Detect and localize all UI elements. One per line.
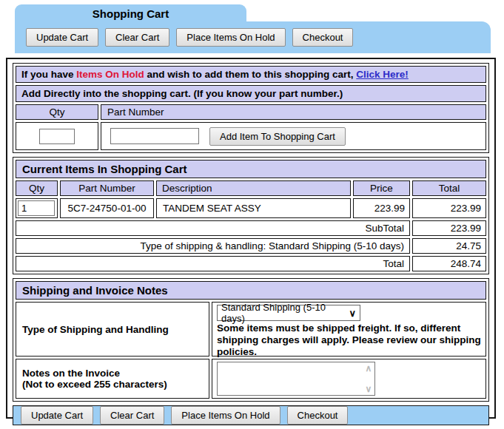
add-items-input-row: Add Item To Shopping Cart bbox=[16, 122, 486, 150]
shipping-charge-row: Type of shipping & handling: Standard Sh… bbox=[16, 238, 486, 254]
shipping-type-row: Type of Shipping and Handling Standard S… bbox=[16, 302, 486, 357]
shipping-method-select[interactable]: Standard Shipping (5-10 days) ∨ bbox=[217, 305, 360, 321]
subtotal-label: SubTotal bbox=[16, 220, 410, 236]
shipping-type-controls: Standard Shipping (5-10 days) ∨ Some ite… bbox=[212, 302, 486, 357]
shipping-charge-value: 24.75 bbox=[412, 238, 486, 254]
items-table-header-row: Qty Part Number Description Price Total bbox=[16, 180, 486, 196]
shipping-method-selected-value: Standard Shipping (5-10 days) bbox=[221, 302, 349, 324]
shopping-cart-tab[interactable]: Shopping Cart bbox=[15, 4, 246, 21]
scroll-down-icon[interactable]: ∨ bbox=[366, 384, 372, 394]
current-items-title: Current Items In Shopping Cart bbox=[16, 160, 486, 178]
col-header-total: Total bbox=[412, 180, 486, 196]
shipping-charge-label: Type of shipping & handling: Standard Sh… bbox=[16, 238, 410, 254]
add-item-button[interactable]: Add Item To Shopping Cart bbox=[209, 127, 346, 146]
freight-note-text: Some items must be shipped freight. If s… bbox=[217, 322, 481, 358]
checkout-button[interactable]: Checkout bbox=[292, 28, 354, 47]
subtotal-row: SubTotal 223.99 bbox=[16, 220, 486, 236]
clear-cart-button[interactable]: Clear Cart bbox=[105, 28, 169, 47]
item-total: 223.99 bbox=[412, 198, 486, 218]
total-value: 248.74 bbox=[412, 256, 486, 271]
col-header-qty: Qty bbox=[16, 180, 58, 196]
qty-input-cell bbox=[16, 122, 98, 150]
hold-banner-text-pre: If you have bbox=[21, 69, 76, 80]
total-label: Total bbox=[16, 256, 410, 271]
current-items-section: Current Items In Shopping Cart Qty Part … bbox=[13, 157, 489, 274]
item-qty-input[interactable] bbox=[18, 200, 55, 216]
top-toolbar: Update Cart Clear Cart Place Items On Ho… bbox=[15, 21, 491, 53]
hold-banner-text-mid: and wish to add them to this shopping ca… bbox=[144, 69, 357, 80]
col-header-price: Price bbox=[353, 180, 410, 196]
items-on-hold-banner: If you have Items On Hold and wish to ad… bbox=[16, 66, 486, 83]
subtotal-value: 223.99 bbox=[412, 220, 486, 236]
cart-page-container: If you have Items On Hold and wish to ad… bbox=[6, 58, 496, 419]
add-items-header-row: Qty Part Number bbox=[16, 104, 486, 120]
part-number-input[interactable] bbox=[110, 128, 199, 144]
invoice-notes-textarea[interactable] bbox=[218, 362, 363, 395]
qty-column-header: Qty bbox=[16, 104, 98, 120]
invoice-notes-row: Notes on the Invoice (Not to exceed 255 … bbox=[16, 359, 486, 399]
invoice-notes-label-line1: Notes on the Invoice bbox=[22, 368, 209, 379]
cart-item-row: 5C7-24750-01-00 TANDEM SEAT ASSY 223.99 … bbox=[16, 198, 486, 218]
col-header-description: Description bbox=[156, 180, 351, 196]
add-items-section: If you have Items On Hold and wish to ad… bbox=[13, 63, 489, 153]
item-part-number: 5C7-24750-01-00 bbox=[60, 198, 154, 218]
update-cart-button-bottom[interactable]: Update Cart bbox=[21, 406, 93, 425]
item-description: TANDEM SEAT ASSY bbox=[156, 198, 351, 218]
page-title: Shopping Cart bbox=[93, 7, 169, 20]
update-cart-button[interactable]: Update Cart bbox=[26, 28, 98, 47]
invoice-notes-textarea-frame: ∧ ∨ bbox=[217, 362, 375, 396]
item-price: 223.99 bbox=[353, 198, 410, 218]
shipping-type-label: Type of Shipping and Handling bbox=[16, 302, 209, 357]
invoice-notes-label-line2: (Not to exceed 255 characters) bbox=[22, 379, 209, 390]
shipping-notes-section: Shipping and Invoice Notes Type of Shipp… bbox=[13, 278, 489, 402]
total-row: Total 248.74 bbox=[16, 256, 486, 271]
bottom-toolbar: Update Cart Clear Cart Place Items On Ho… bbox=[13, 405, 489, 425]
place-items-on-hold-button-bottom[interactable]: Place Items On Hold bbox=[171, 406, 280, 425]
chevron-down-icon: ∨ bbox=[349, 308, 356, 319]
invoice-notes-cell: ∧ ∨ bbox=[212, 359, 486, 399]
part-number-input-cell: Add Item To Shopping Cart bbox=[101, 122, 486, 150]
col-header-part: Part Number bbox=[60, 180, 154, 196]
hold-banner-highlight: Items On Hold bbox=[76, 69, 144, 80]
shipping-notes-title: Shipping and Invoice Notes bbox=[16, 281, 486, 300]
part-number-column-header: Part Number bbox=[101, 104, 486, 120]
textarea-scrollbar[interactable]: ∧ ∨ bbox=[363, 362, 374, 395]
add-directly-banner: Add Directly into the shopping cart. (If… bbox=[16, 85, 486, 102]
click-here-link[interactable]: Click Here! bbox=[356, 69, 409, 80]
checkout-button-bottom[interactable]: Checkout bbox=[287, 406, 349, 425]
qty-input[interactable] bbox=[39, 129, 75, 144]
item-qty-cell bbox=[16, 198, 58, 218]
scroll-up-icon[interactable]: ∧ bbox=[366, 363, 372, 374]
invoice-notes-label: Notes on the Invoice (Not to exceed 255 … bbox=[16, 359, 209, 399]
clear-cart-button-bottom[interactable]: Clear Cart bbox=[100, 406, 164, 425]
place-items-on-hold-button[interactable]: Place Items On Hold bbox=[176, 28, 285, 47]
